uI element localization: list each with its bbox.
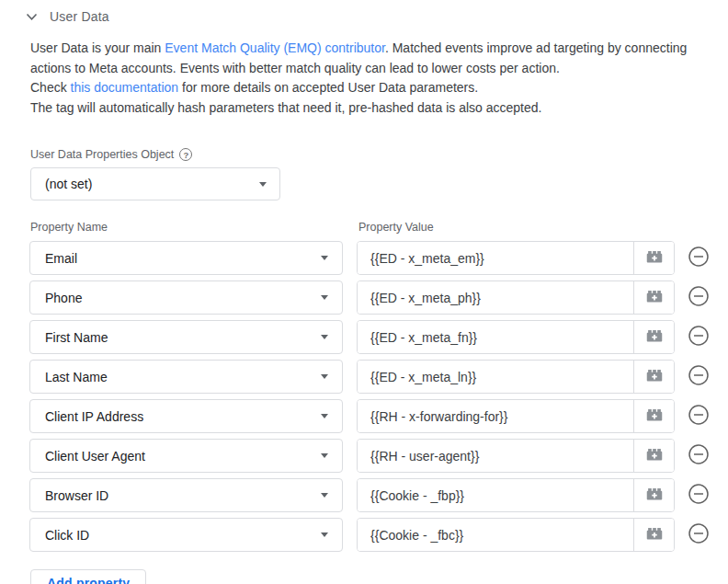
property-name-select[interactable]: First Name xyxy=(29,320,343,354)
minus-circle-icon xyxy=(688,246,710,270)
remove-property-button[interactable] xyxy=(688,366,710,388)
brick-plus-icon xyxy=(644,365,665,388)
properties-object-value: (not set) xyxy=(45,177,92,191)
help-icon[interactable]: ? xyxy=(179,148,192,161)
property-value-field xyxy=(357,360,675,394)
property-name-value: Client IP Address xyxy=(45,409,143,424)
minus-circle-icon xyxy=(688,483,710,508)
property-row: Browser ID xyxy=(29,478,710,512)
caret-down-icon xyxy=(321,453,328,458)
remove-property-button[interactable] xyxy=(688,445,710,467)
section-header-user-data[interactable]: User Data xyxy=(26,7,710,26)
property-value-field xyxy=(357,399,675,433)
variable-picker-button[interactable] xyxy=(633,479,674,511)
property-name-select[interactable]: Client IP Address xyxy=(29,399,343,433)
property-row: Click ID xyxy=(29,518,710,552)
property-value-input[interactable] xyxy=(358,519,633,551)
property-value-input[interactable] xyxy=(358,361,633,393)
description-text: The tag will automatically hash paramete… xyxy=(30,98,706,119)
property-value-header: Property Value xyxy=(358,221,434,234)
property-name-value: Email xyxy=(45,251,77,266)
properties-object-label: User Data Properties Object ? xyxy=(30,148,710,161)
property-row: Client User Agent xyxy=(29,439,710,473)
property-name-value: Click ID xyxy=(45,528,89,543)
emq-contributor-link[interactable]: Event Match Quality (EMQ) contributor xyxy=(165,40,385,55)
property-row: Phone xyxy=(29,281,710,315)
remove-property-button[interactable] xyxy=(688,326,710,349)
caret-down-icon xyxy=(321,493,328,498)
minus-circle-icon xyxy=(688,364,710,389)
property-value-input[interactable] xyxy=(358,400,633,432)
property-value-field xyxy=(357,281,675,315)
property-value-field xyxy=(357,439,675,473)
property-name-select[interactable]: Last Name xyxy=(29,360,343,394)
property-name-header: Property Name xyxy=(30,221,358,234)
caret-down-icon xyxy=(321,414,328,418)
minus-circle-icon xyxy=(688,285,710,310)
brick-plus-icon xyxy=(644,484,665,507)
property-value-field xyxy=(357,241,675,275)
minus-circle-icon xyxy=(688,443,710,468)
property-name-value: Last Name xyxy=(45,370,108,384)
brick-plus-icon xyxy=(644,523,665,546)
property-value-field xyxy=(357,320,675,354)
minus-circle-icon xyxy=(688,404,710,429)
column-headers: Property Name Property Value xyxy=(30,221,710,234)
documentation-link[interactable]: this documentation xyxy=(71,80,179,95)
property-name-select[interactable]: Phone xyxy=(29,281,343,315)
variable-picker-button[interactable] xyxy=(633,440,674,472)
property-value-field xyxy=(357,518,675,552)
property-value-input[interactable] xyxy=(358,242,633,274)
brick-plus-icon xyxy=(644,326,665,349)
property-name-value: Phone xyxy=(45,291,82,305)
property-row: Email xyxy=(29,241,710,275)
property-name-select[interactable]: Client User Agent xyxy=(29,439,343,473)
remove-property-button[interactable] xyxy=(688,524,710,546)
property-name-value: Client User Agent xyxy=(45,449,145,464)
property-row: First Name xyxy=(29,320,710,354)
description-text: for more details on accepted User Data p… xyxy=(178,80,478,95)
section-description: User Data is your main Event Match Quali… xyxy=(30,39,706,118)
caret-down-icon xyxy=(321,256,328,260)
property-name-value: Browser ID xyxy=(45,488,108,503)
property-name-value: First Name xyxy=(45,330,108,345)
remove-property-button[interactable] xyxy=(688,287,710,309)
brick-plus-icon xyxy=(644,286,665,309)
brick-plus-icon xyxy=(644,405,665,428)
properties-object-select[interactable]: (not set) xyxy=(30,167,280,200)
variable-picker-button[interactable] xyxy=(633,400,674,432)
variable-picker-button[interactable] xyxy=(633,361,674,393)
property-rows: Email xyxy=(29,241,710,552)
remove-property-button[interactable] xyxy=(688,485,710,507)
chevron-down-icon[interactable] xyxy=(26,13,38,21)
minus-circle-icon xyxy=(688,325,710,349)
property-name-select[interactable]: Click ID xyxy=(29,518,343,552)
brick-plus-icon xyxy=(644,246,665,269)
variable-picker-button[interactable] xyxy=(633,281,674,314)
add-property-button[interactable]: Add property xyxy=(30,569,146,584)
remove-property-button[interactable] xyxy=(688,247,710,269)
variable-picker-button[interactable] xyxy=(633,519,674,551)
brick-plus-icon xyxy=(644,444,665,467)
minus-circle-icon xyxy=(688,522,710,547)
property-name-select[interactable]: Browser ID xyxy=(29,478,343,512)
property-value-input[interactable] xyxy=(358,479,633,511)
property-value-input[interactable] xyxy=(358,281,633,314)
section-title: User Data xyxy=(50,9,109,24)
property-row: Last Name xyxy=(29,360,710,394)
variable-picker-button[interactable] xyxy=(633,321,674,353)
property-value-input[interactable] xyxy=(358,440,633,472)
description-text: Check xyxy=(30,80,71,95)
property-value-input[interactable] xyxy=(358,321,633,353)
caret-down-icon xyxy=(321,335,328,339)
property-row: Client IP Address xyxy=(29,399,710,433)
user-data-section: User Data User Data is your main Event M… xyxy=(0,0,728,584)
remove-property-button[interactable] xyxy=(688,406,710,428)
description-text: User Data is your main xyxy=(30,40,165,55)
caret-down-icon xyxy=(259,182,267,187)
variable-picker-button[interactable] xyxy=(633,242,674,274)
caret-down-icon xyxy=(321,295,328,300)
caret-down-icon xyxy=(321,374,328,379)
caret-down-icon xyxy=(321,532,328,537)
property-name-select[interactable]: Email xyxy=(29,241,343,275)
